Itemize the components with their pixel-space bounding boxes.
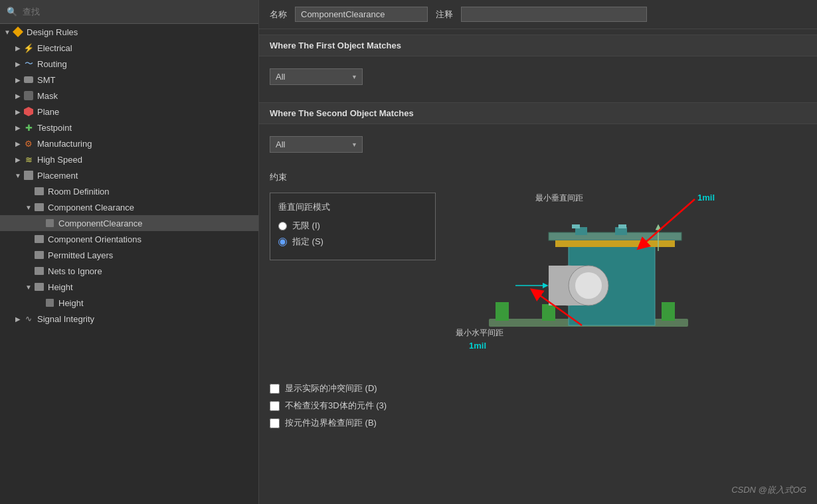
min-vertical-label: 最小垂直间距 (535, 193, 583, 204)
expand-arrow-plane (13, 107, 23, 116)
checkbox-label-2: 不检查没有3D体的元件 (3) (285, 400, 387, 412)
radio-specified-label: 指定 (S) (292, 236, 323, 248)
sidebar-label-componentclearance: ComponentClearance (58, 218, 142, 228)
expand-arrow-nets-to-ignore (24, 266, 33, 276)
expand-arrow-signal-integrity (13, 314, 23, 323)
sidebar-label-testpoint: Testpoint (37, 123, 72, 133)
sidebar-item-permitted-layers[interactable]: Permitted Layers (0, 247, 258, 263)
constraint-left: 垂直间距模式 无限 (I) 指定 (S) (270, 193, 436, 365)
radio-unlimited-row[interactable]: 无限 (I) (278, 220, 427, 232)
checkbox-row-1: 显示实际的冲突间距 (D) (270, 382, 806, 394)
sidebar-label-design-rules: Design Rules (27, 27, 78, 37)
search-input[interactable] (23, 7, 252, 17)
sidebar-label-placement: Placement (37, 171, 78, 181)
testpoint-icon: ✚ (23, 122, 35, 133)
folder-icon (33, 233, 45, 245)
folder-icon (33, 265, 45, 277)
radio-unlimited-label: 无限 (I) (292, 220, 320, 232)
svg-rect-2 (542, 304, 555, 321)
placement-icon (23, 169, 35, 181)
checkbox-show-clearance[interactable] (270, 384, 280, 394)
manufacturing-icon: ⚙ (23, 137, 35, 149)
second-object-dropdown-wrapper: All Net Net Class Layer (270, 136, 363, 153)
expand-arrow-component-clearance (24, 203, 33, 212)
svg-rect-11 (555, 240, 675, 247)
sidebar-item-manufacturing[interactable]: ⚙Manufacturing (0, 135, 258, 151)
sidebar-item-design-rules[interactable]: Design Rules (0, 24, 258, 40)
first-object-dropdown-wrapper: All Net Net Class Layer (270, 68, 363, 85)
svg-rect-1 (496, 302, 509, 321)
sidebar-item-electrical[interactable]: ⚡Electrical (0, 40, 258, 56)
expand-arrow-height (24, 282, 33, 292)
min-horizontal-label: 最小水平间距 (456, 327, 503, 339)
sidebar-item-nets-to-ignore[interactable]: Nets to Ignore (0, 263, 258, 279)
expand-arrow-high-speed (13, 155, 23, 164)
mask-icon (23, 90, 35, 102)
expand-arrow-design-rules (3, 27, 12, 37)
first-object-dropdown[interactable]: All Net Net Class Layer (270, 68, 363, 85)
second-object-content: All Net Net Class Layer (259, 124, 817, 165)
expand-arrow-manufacturing (13, 139, 23, 148)
sidebar-label-component-clearance: Component Clearance (48, 203, 134, 212)
sidebar-item-high-speed[interactable]: ≋High Speed (0, 151, 258, 167)
vertical-mode-title: 垂直间距模式 (278, 201, 427, 213)
smt-icon (23, 74, 35, 86)
min-vertical-value: 1mil (697, 193, 715, 203)
sidebar-label-height: Height (48, 282, 73, 292)
expand-arrow-componentclearance (35, 218, 44, 228)
expand-arrow-component-orientations (24, 234, 33, 244)
sidebar-label-nets-to-ignore: Nets to Ignore (48, 266, 102, 276)
sidebar-label-plane: Plane (37, 107, 59, 117)
sidebar-item-placement[interactable]: Placement (0, 167, 258, 183)
vertical-mode-box: 垂直间距模式 无限 (I) 指定 (S) (270, 193, 436, 260)
radio-specified[interactable] (278, 238, 287, 246)
sidebar-label-height-sub: Height (58, 298, 84, 308)
sidebar-item-mask[interactable]: Mask (0, 88, 258, 104)
sidebar-item-component-orientations[interactable]: Component Orientations (0, 231, 258, 247)
sidebar-item-smt[interactable]: SMT (0, 72, 258, 88)
sidebar-label-manufacturing: Manufacturing (37, 139, 92, 149)
signal-icon: ∿ (23, 313, 35, 325)
radio-unlimited[interactable] (278, 222, 287, 230)
sidebar-item-routing[interactable]: 〜Routing (0, 56, 258, 72)
sidebar-label-high-speed: High Speed (37, 155, 82, 165)
sidebar-label-component-orientations: Component Orientations (48, 234, 141, 244)
expand-arrow-mask (13, 91, 23, 100)
expand-arrow-room-definition (24, 187, 33, 196)
sidebar-item-height[interactable]: Height (0, 279, 258, 295)
expand-arrow-permitted-layers (24, 250, 33, 260)
sidebar-label-signal-integrity: Signal Integrity (37, 314, 94, 324)
sidebar-item-component-clearance[interactable]: Component Clearance (0, 199, 258, 215)
expand-arrow-testpoint (13, 123, 23, 132)
constraint-diagram: 最小垂直间距 1mil (449, 193, 806, 365)
content-area: 名称 注释 Where The First Object Matches All… (259, 0, 817, 504)
constraint-area: 垂直间距模式 无限 (I) 指定 (S) (259, 186, 817, 372)
sidebar-item-signal-integrity[interactable]: ∿Signal Integrity (0, 311, 258, 327)
checkbox-by-boundary[interactable] (270, 418, 280, 428)
folder-icon (33, 185, 45, 197)
expand-arrow-placement (13, 171, 23, 180)
svg-rect-4 (662, 302, 675, 321)
name-input[interactable] (295, 7, 428, 22)
checkbox-no-3d[interactable] (270, 401, 280, 411)
expand-arrow-routing (13, 59, 23, 68)
content-header: 名称 注释 (259, 0, 817, 29)
svg-rect-15 (618, 224, 626, 228)
sidebar-item-height-sub[interactable]: Height (0, 295, 258, 311)
expand-arrow-smt (13, 75, 23, 84)
sidebar-item-plane[interactable]: Plane (0, 104, 258, 120)
sidebar-label-mask: Mask (37, 91, 58, 101)
radio-specified-row[interactable]: 指定 (S) (278, 236, 427, 248)
electrical-icon: ⚡ (23, 42, 35, 54)
folder-icon (33, 281, 45, 293)
tree-container: Design Rules⚡Electrical〜RoutingSMTMaskPl… (0, 24, 258, 327)
checkbox-label-1: 显示实际的冲突间距 (D) (285, 382, 377, 394)
sidebar-item-testpoint[interactable]: ✚Testpoint (0, 120, 258, 135)
svg-point-9 (575, 272, 602, 299)
highspeed-icon: ≋ (23, 153, 35, 165)
sidebar-item-room-definition[interactable]: Room Definition (0, 183, 258, 199)
sidebar-item-componentclearance[interactable]: ComponentClearance (0, 215, 258, 231)
folder-icon (33, 201, 45, 213)
note-input[interactable] (461, 7, 647, 22)
second-object-dropdown[interactable]: All Net Net Class Layer (270, 136, 363, 153)
